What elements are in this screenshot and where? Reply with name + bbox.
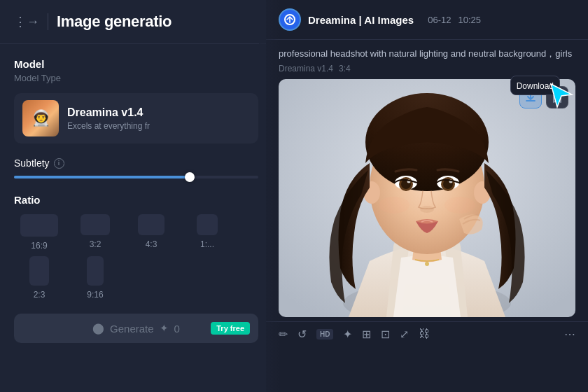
crop-icon[interactable]: ⊡ [381, 328, 390, 341]
model-thumb-figure [22, 100, 59, 136]
model-type-label: Model Type [14, 73, 258, 83]
left-header: ⋮→ Image generatio [0, 0, 272, 44]
ratio-label-43: 4:3 [146, 239, 158, 249]
slider-thumb[interactable] [185, 172, 195, 182]
ratio-box-11 [197, 214, 218, 235]
expand-icon[interactable]: ⤢ [400, 328, 409, 341]
prompt-tags: Dreamina v1.4 3:4 [279, 64, 575, 74]
subtlety-label: Subtlety [14, 158, 50, 169]
ratio-box-32 [80, 214, 110, 235]
ratio-item-43[interactable]: 4:3 [126, 214, 176, 251]
generate-button[interactable]: ⬤ Generate ✦ 0 Try free [14, 314, 258, 343]
ratio-label-916: 9:16 [87, 290, 103, 300]
ratio-section-label: Ratio [14, 194, 258, 206]
model-thumbnail [22, 100, 59, 136]
image-container [279, 79, 575, 317]
magic-icon[interactable]: ⊞ [362, 328, 371, 341]
ai-portrait [279, 79, 575, 317]
ratio-label-11: 1:... [200, 239, 214, 249]
edit-icon[interactable]: ✏ [279, 328, 288, 341]
ratio-item-916[interactable]: 9:16 [70, 256, 120, 300]
try-free-badge: Try free [211, 322, 250, 335]
prompt-model-tag: Dreamina v1.4 [279, 64, 333, 74]
prompt-text: professional headshot with natural light… [279, 47, 575, 61]
cursor-arrow [547, 80, 575, 111]
app-name: Dreamina | AI Images [308, 14, 414, 26]
sidebar-toggle-icon[interactable]: ⋮→ [14, 14, 39, 29]
ratio-box-169 [20, 214, 58, 237]
ratio-label-169: 16:9 [31, 241, 47, 251]
page-title: Image generatio [57, 13, 172, 31]
subtlety-row: Subtlety i [14, 158, 258, 169]
sparkle-icon[interactable]: ✦ [343, 328, 352, 341]
link-icon[interactable]: ⛓ [419, 328, 430, 340]
model-info: Dreamina v1.4 Excels at everything fr [67, 106, 150, 131]
svg-point-17 [379, 197, 410, 214]
model-card[interactable]: Dreamina v1.4 Excels at everything fr [14, 93, 258, 144]
prompt-ratio-tag: 3:4 [339, 64, 351, 74]
ratio-grid-row2: 2:3 9:16 [14, 256, 258, 300]
svg-point-18 [444, 197, 475, 214]
right-header: Dreamina | AI Images 06-12 10:25 [266, 0, 588, 40]
hd-badge[interactable]: HD [316, 329, 333, 340]
svg-marker-1 [551, 84, 572, 107]
header-time: 10:25 [458, 15, 481, 25]
ratio-grid-row1: 16:9 3:2 4:3 1:... [14, 214, 258, 251]
refresh-icon[interactable]: ↺ [298, 328, 307, 341]
right-panel: Dreamina | AI Images 06-12 10:25 profess… [266, 0, 588, 392]
action-bar: ✏ ↺ HD ✦ ⊞ ⊡ ⤢ ⛓ ⋯ [266, 321, 588, 346]
svg-point-19 [425, 262, 429, 266]
left-panel: ⋮→ Image generatio Model Model Type Drea… [0, 0, 273, 392]
ratio-item-11[interactable]: 1:... [182, 214, 232, 251]
app-icon [279, 8, 301, 31]
ratio-box-23 [29, 256, 49, 286]
model-section-label: Model [14, 58, 258, 70]
slider-fill [14, 176, 190, 178]
header-divider [48, 13, 48, 30]
ratio-item-32[interactable]: 3:2 [70, 214, 120, 251]
generate-icon: ⬤ [92, 322, 104, 335]
generate-icon-spark: ✦ [160, 322, 169, 335]
model-name: Dreamina v1.4 [67, 106, 150, 119]
subtlety-info-icon[interactable]: i [54, 158, 64, 169]
svg-point-16 [420, 206, 434, 213]
ratio-box-916 [87, 256, 104, 286]
left-content: Model Model Type Dreamina v1.4 Excels at… [0, 44, 272, 357]
ratio-item-23[interactable]: 2:3 [14, 256, 64, 300]
header-date: 06-12 [428, 15, 451, 25]
model-description: Excels at everything fr [67, 121, 150, 131]
subtlety-slider[interactable] [14, 176, 258, 178]
ratio-label-23: 2:3 [34, 290, 46, 300]
generate-label: Generate [110, 323, 154, 335]
generate-count: 0 [174, 323, 180, 335]
prompt-area: professional headshot with natural light… [266, 40, 588, 79]
ratio-box-43 [138, 214, 164, 235]
ratio-label-32: 3:2 [90, 239, 102, 249]
more-options-icon[interactable]: ⋯ [564, 328, 575, 341]
ratio-item-169[interactable]: 16:9 [14, 214, 64, 251]
